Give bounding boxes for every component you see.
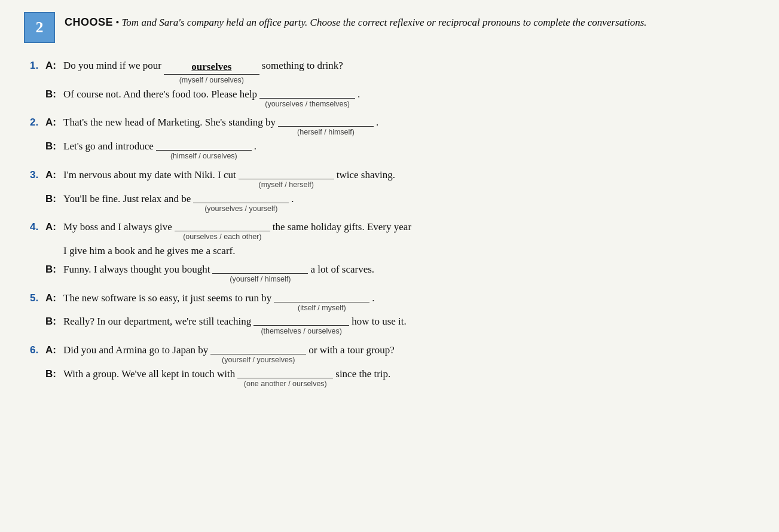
speaker-1-2: B: [45, 86, 63, 103]
blank-group-4-3[interactable]: (yourself / himself) [212, 273, 308, 285]
instruction-text: Tom and Sara's company held an office pa… [121, 17, 646, 28]
before-text-3-1: I'm nervous about my date with Niki. I c… [63, 167, 236, 184]
blank-group-4-1[interactable]: (ourselves / each other) [175, 231, 270, 243]
before-text-5-1: The new software is so easy, it just see… [63, 290, 271, 307]
before-text-4-1: My boss and I always give [63, 219, 172, 236]
blank-options-4-3: (yourself / himself) [230, 274, 291, 285]
exercise-6-line-2: B: With a group. We've all kept in touch… [30, 366, 755, 389]
before-text-1-2: Of course not. And there's food too. Ple… [63, 86, 257, 103]
bullet: • [115, 17, 119, 28]
blank-group-5-1[interactable]: (itself / myself) [274, 302, 369, 314]
after-text-6-2: since the trip. [335, 366, 390, 383]
exercise-3-line-2: B: You'll be fine. Just relax and be (yo… [30, 191, 755, 213]
blank-options-6-2: (one another / ourselves) [244, 378, 327, 390]
speaker-2-1: A: [45, 114, 63, 132]
speaker-3-1: A: [45, 167, 63, 184]
after-text-4-1: the same holiday gifts. Every year [273, 219, 411, 236]
blank-answer-1-1: ourselves [164, 60, 259, 75]
exercise-2: 2.A: That's the new head of Marketing. S… [30, 114, 755, 161]
blank-options-5-2: (themselves / ourselves) [261, 326, 341, 337]
speaker-5-2: B: [45, 313, 63, 331]
speaker-6-1: A: [45, 342, 63, 359]
speaker-1-1: A: [45, 57, 63, 75]
blank-group-6-2[interactable]: (one another / ourselves) [237, 378, 333, 390]
blank-group-2-2[interactable]: (himself / ourselves) [156, 150, 252, 162]
blank-group-6-1[interactable]: (yourself / yourselves) [210, 354, 306, 366]
exercise-number-3: 3. [30, 167, 45, 184]
before-text-2-1: That's the new head of Marketing. She's … [63, 114, 276, 132]
header-text: CHOOSE • Tom and Sara's company held an … [65, 12, 647, 30]
exercise-number-2: 2. [30, 114, 45, 132]
after-text-4-3: a lot of scarves. [310, 261, 374, 279]
blank-options-6-1: (yourself / yourselves) [222, 354, 295, 366]
speaker-3-2: B: [45, 191, 63, 208]
choose-label: CHOOSE [65, 16, 113, 28]
before-text-3-2: You'll be fine. Just relax and be [63, 191, 191, 208]
exercise-header: 2 CHOOSE • Tom and Sara's company held a… [24, 12, 755, 43]
blank-options-3-2: (yourselves / yourself) [204, 203, 277, 215]
speaker-6-2: B: [45, 366, 63, 383]
exercise-3-line-1: 3.A: I'm nervous about my date with Niki… [30, 167, 755, 189]
after-text-5-2: how to use it. [352, 313, 407, 331]
exercise-4-line-2: I give him a book and he gives me a scar… [30, 243, 755, 260]
exercise-1-line-1: 1.A: Do you mind if we pour ourselves(my… [30, 57, 755, 85]
exercise-5: 5.A: The new software is so easy, it jus… [30, 290, 755, 337]
speaker-5-1: A: [45, 290, 63, 307]
after-text-3-1: twice shaving. [337, 167, 395, 184]
exercise-6-line-1: 6.A: Did you and Armina go to Japan by (… [30, 342, 755, 365]
blank-options-4-1: (ourselves / each other) [183, 231, 261, 243]
before-text-4-3: Funny. I always thought you bought [63, 261, 210, 279]
exercise-5-line-2: B: Really? In our department, we're stil… [30, 313, 755, 336]
after-text-1-2: . [358, 86, 360, 103]
exercise-number-box: 2 [24, 12, 55, 43]
blank-options-2-1: (herself / himself) [297, 127, 355, 138]
after-text-2-1: . [376, 114, 378, 132]
exercise-3: 3.A: I'm nervous about my date with Niki… [30, 167, 755, 213]
after-text-1-1: something to drink? [262, 57, 343, 75]
after-text-6-1: or with a tour group? [308, 342, 395, 359]
blank-group-1-1[interactable]: ourselves(myself / ourselves) [164, 60, 259, 86]
blank-group-3-2[interactable]: (yourselves / yourself) [193, 203, 289, 215]
blank-group-2-1[interactable]: (herself / himself) [278, 126, 374, 138]
before-text-2-2: Let's go and introduce [63, 138, 154, 155]
blank-group-1-2[interactable]: (yourselves / themselves) [259, 98, 355, 110]
before-text-5-2: Really? In our department, we're still t… [63, 313, 251, 331]
exercise-number-6: 6. [30, 342, 45, 359]
speaker-4-1: A: [45, 219, 63, 236]
exercise-4-line-1: 4.A: My boss and I always give (ourselve… [30, 219, 755, 241]
exercise-4: 4.A: My boss and I always give (ourselve… [30, 219, 755, 283]
blank-options-2-2: (himself / ourselves) [170, 151, 237, 162]
exercise-number-5: 5. [30, 290, 45, 307]
before-text-6-2: With a group. We've all kept in touch wi… [63, 366, 235, 383]
before-text-6-1: Did you and Armina go to Japan by [63, 342, 208, 359]
exercise-1: 1.A: Do you mind if we pour ourselves(my… [30, 57, 755, 108]
exercise-number-4: 4. [30, 219, 45, 236]
exercise-2-line-1: 2.A: That's the new head of Marketing. S… [30, 114, 755, 137]
exercise-number-1: 1. [30, 57, 45, 75]
before-text-1-1: Do you mind if we pour [63, 57, 161, 75]
exercise-2-line-2: B: Let's go and introduce (himself / our… [30, 138, 755, 161]
blank-group-5-2[interactable]: (themselves / ourselves) [253, 325, 349, 337]
speaker-4-3: B: [45, 261, 63, 279]
exercise-5-line-1: 5.A: The new software is so easy, it jus… [30, 290, 755, 313]
blank-options-1-1: (myself / ourselves) [179, 75, 244, 86]
after-text-3-2: . [291, 191, 294, 208]
before-text-4-2: I give him a book and he gives me a scar… [63, 243, 236, 260]
blank-options-3-1: (myself / herself) [259, 179, 314, 191]
speaker-2-2: B: [45, 138, 63, 155]
exercises-container: 1.A: Do you mind if we pour ourselves(my… [24, 57, 755, 389]
after-text-2-2: . [254, 138, 256, 155]
blank-options-5-1: (itself / myself) [298, 302, 346, 314]
after-text-5-1: . [372, 290, 374, 307]
exercise-6: 6.A: Did you and Armina go to Japan by (… [30, 342, 755, 389]
blank-group-3-1[interactable]: (myself / herself) [239, 179, 334, 191]
exercise-4-line-3: B: Funny. I always thought you bought (y… [30, 261, 755, 284]
blank-options-1-2: (yourselves / themselves) [265, 99, 350, 110]
exercise-1-line-2: B: Of course not. And there's food too. … [30, 86, 755, 109]
exercise-number: 2 [36, 19, 44, 36]
